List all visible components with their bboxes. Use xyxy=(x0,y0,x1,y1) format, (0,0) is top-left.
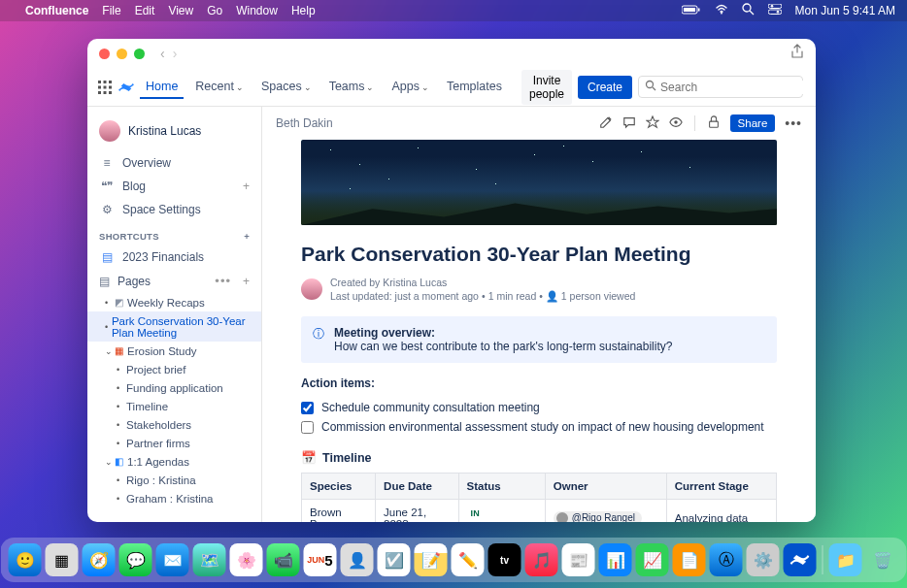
svg-point-9 xyxy=(776,11,779,14)
wifi-icon[interactable] xyxy=(715,4,728,17)
dock-freeform[interactable]: ✏️ xyxy=(452,543,485,576)
dock-news[interactable]: 📰 xyxy=(562,543,595,576)
add-shortcut-icon[interactable]: + xyxy=(244,231,250,242)
sidebar-shortcuts-header: SHORTCUTS + xyxy=(87,221,261,245)
dock-settings[interactable]: ⚙️ xyxy=(747,543,780,576)
dock-notes[interactable]: 📝 xyxy=(415,543,448,576)
app-name[interactable]: Confluence xyxy=(25,4,88,17)
create-button[interactable]: Create xyxy=(578,76,632,99)
dock-facetime[interactable]: 📹 xyxy=(267,543,300,576)
dock-pages[interactable]: 📄 xyxy=(673,543,706,576)
menu-help[interactable]: Help xyxy=(291,4,316,17)
tree-agendas[interactable]: ⌄◧1:1 Agendas xyxy=(87,452,261,471)
menu-view[interactable]: View xyxy=(168,4,193,17)
edit-icon[interactable] xyxy=(599,115,613,132)
macos-menubar[interactable]: Confluence File Edit View Go Window Help… xyxy=(0,0,907,21)
spotlight-icon[interactable] xyxy=(742,3,755,18)
tree-weekly-recaps[interactable]: •◩Weekly Recaps xyxy=(87,293,261,311)
menu-file[interactable]: File xyxy=(102,4,120,17)
panel-title: Meeting overview: xyxy=(334,326,672,340)
window-minimize[interactable] xyxy=(117,49,127,59)
nav-teams[interactable]: Teams⌄ xyxy=(323,76,381,99)
menubar-datetime[interactable]: Mon Jun 5 9:41 AM xyxy=(795,4,895,17)
more-actions-icon[interactable]: ••• xyxy=(785,115,802,131)
dock-music[interactable]: 🎵 xyxy=(525,543,558,576)
dock-maps[interactable]: 🗺️ xyxy=(193,543,226,576)
window-fullscreen[interactable] xyxy=(134,49,145,59)
task-checkbox[interactable] xyxy=(301,402,314,414)
task-item[interactable]: Commission environmental assessment stud… xyxy=(301,417,777,437)
add-blog-icon[interactable]: + xyxy=(243,180,250,193)
dock-mail[interactable]: ✉️ xyxy=(156,543,189,576)
pages-more-icon[interactable]: ••• xyxy=(215,274,231,288)
svg-rect-1 xyxy=(684,8,695,12)
task-item[interactable]: Schedule community consultation meeting xyxy=(301,398,777,417)
confluence-logo[interactable] xyxy=(118,79,134,96)
tree-timeline[interactable]: •Timeline xyxy=(87,397,261,415)
dock-appstore[interactable]: Ⓐ xyxy=(710,543,743,576)
dock-calendar[interactable]: JUN5 xyxy=(304,543,337,576)
sidebar-pages-header[interactable]: ▤ Pages ••• + xyxy=(87,269,261,293)
macos-share-icon[interactable] xyxy=(790,44,804,63)
sidebar-shortcut-financials[interactable]: ▤ 2023 Financials xyxy=(87,245,261,269)
tree-graham[interactable]: •Graham : Kristina xyxy=(87,489,261,507)
share-button[interactable]: Share xyxy=(730,114,776,132)
window-close[interactable] xyxy=(99,49,110,59)
dock-downloads[interactable]: 📁 xyxy=(829,543,862,576)
tree-funding[interactable]: •Funding application xyxy=(87,378,261,397)
dock-trash[interactable]: 🗑️ xyxy=(866,543,899,576)
dock-launchpad[interactable]: ▦ xyxy=(46,543,79,576)
add-page-icon[interactable]: + xyxy=(243,275,250,288)
timeline-table: Species Due Date Status Owner Current St… xyxy=(301,473,777,522)
battery-icon[interactable] xyxy=(682,4,701,17)
tree-erosion-study[interactable]: ⌄▦Erosion Study xyxy=(87,342,261,360)
invite-people-button[interactable]: Invite people xyxy=(521,70,572,105)
svg-rect-2 xyxy=(698,9,700,12)
dock-safari[interactable]: 🧭 xyxy=(83,543,116,576)
dock-numbers[interactable]: 📈 xyxy=(636,543,669,576)
nav-templates[interactable]: Templates xyxy=(441,76,508,99)
dock-contacts[interactable]: 👤 xyxy=(341,543,374,576)
star-icon[interactable] xyxy=(646,115,659,132)
table-row[interactable]: Brown Bear June 21, 2023 IN PROGRESS @Ri… xyxy=(302,500,777,522)
nav-home[interactable]: Home xyxy=(140,76,184,99)
comment-icon[interactable] xyxy=(622,115,636,132)
last-updated-link[interactable]: just a moment ago xyxy=(395,290,479,302)
tree-park-conservation[interactable]: •Park Conservation 30-Year Plan Meeting xyxy=(87,311,261,342)
dock-reminders[interactable]: ☑️ xyxy=(378,543,411,576)
dock-finder[interactable]: 🙂 xyxy=(9,543,42,576)
task-checkbox[interactable] xyxy=(301,421,314,434)
th-species: Species xyxy=(302,474,376,500)
breadcrumb-author[interactable]: Beth Dakin xyxy=(276,116,333,130)
nav-apps[interactable]: Apps⌄ xyxy=(386,76,435,99)
macos-dock[interactable]: 🙂 ▦ 🧭 💬 ✉️ 🗺️ 🌸 📹 JUN5 👤 ☑️ 📝 ✏️ tv 🎵 📰 … xyxy=(1,538,907,582)
app-switcher-icon[interactable] xyxy=(97,79,113,96)
search-box[interactable] xyxy=(638,76,803,98)
tree-stakeholders[interactable]: •Stakeholders xyxy=(87,415,261,434)
sidebar-blog[interactable]: ❝❞ Blog + xyxy=(87,175,261,198)
nav-spaces[interactable]: Spaces⌄ xyxy=(255,76,318,99)
control-center-icon[interactable] xyxy=(768,4,782,17)
watch-icon[interactable] xyxy=(669,115,683,132)
menu-edit[interactable]: Edit xyxy=(135,4,155,17)
search-input[interactable] xyxy=(660,81,806,94)
dock-messages[interactable]: 💬 xyxy=(119,543,152,576)
created-by-link[interactable]: Kristina Lucas xyxy=(383,277,447,288)
tree-partner-firms[interactable]: •Partner firms xyxy=(87,434,261,452)
menu-go[interactable]: Go xyxy=(207,4,222,17)
dock-confluence[interactable] xyxy=(784,543,817,576)
nav-back[interactable]: ‹ xyxy=(160,46,165,61)
nav-recent[interactable]: Recent⌄ xyxy=(189,76,250,99)
sidebar-space-settings[interactable]: ⚙ Space Settings xyxy=(87,198,261,221)
menu-window[interactable]: Window xyxy=(236,4,278,17)
restrictions-icon[interactable] xyxy=(707,115,721,132)
tree-rigo[interactable]: •Rigo : Kristina xyxy=(87,471,261,489)
tree-project-brief[interactable]: •Project brief xyxy=(87,360,261,378)
main-content: Beth Dakin Share ••• Park Conservation 3… xyxy=(262,107,816,522)
dock-photos[interactable]: 🌸 xyxy=(230,543,263,576)
sidebar-space-header[interactable]: Kristina Lucas xyxy=(87,114,261,151)
dock-keynote[interactable]: 📊 xyxy=(599,543,632,576)
nav-forward[interactable]: › xyxy=(173,46,178,61)
sidebar-overview[interactable]: ≡ Overview xyxy=(87,151,261,175)
dock-tv[interactable]: tv xyxy=(488,543,521,576)
